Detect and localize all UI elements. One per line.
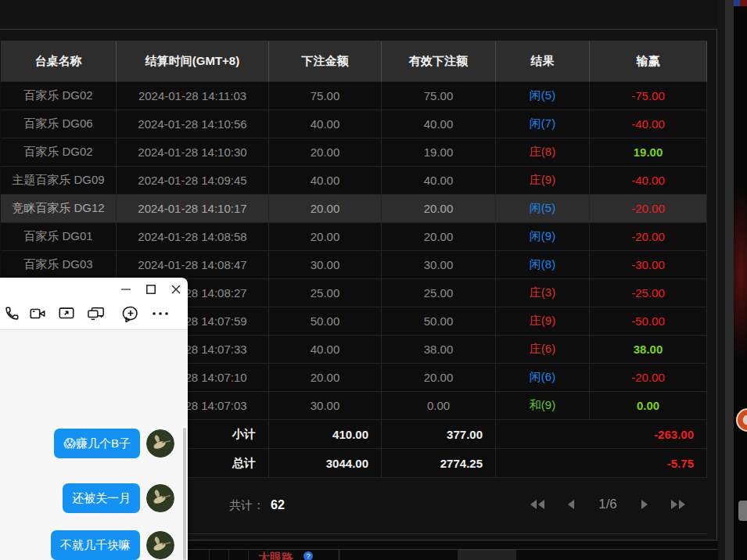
valid-bet-cell: 30.00 bbox=[382, 251, 496, 279]
remote-desktop-icon[interactable] bbox=[86, 303, 106, 324]
first-page-button[interactable] bbox=[528, 498, 547, 511]
result-cell: 闲(5) bbox=[496, 82, 590, 110]
table-row[interactable]: 百家乐 DG03 2024-01-28 14:08:47 30.00 30.00… bbox=[1, 251, 707, 279]
chat-message: 😱赚几个B子 bbox=[54, 429, 174, 458]
settle-time-cell: 2024-01-28 14:08:58 bbox=[117, 223, 269, 251]
winloss-cell: -50.00 bbox=[590, 307, 707, 336]
winloss-cell: 38.00 bbox=[590, 336, 707, 364]
roadmap-divider bbox=[339, 550, 339, 560]
voice-call-icon[interactable] bbox=[2, 303, 22, 324]
minimize-button[interactable] bbox=[120, 278, 131, 300]
settle-time-cell: 2024-01-28 14:09:45 bbox=[117, 167, 269, 195]
column-header: 下注金额 bbox=[269, 41, 382, 82]
table-row[interactable]: 百家乐 DG02 2024-01-28 14:11:03 75.00 75.00… bbox=[1, 82, 707, 110]
chat-plus-icon[interactable] bbox=[120, 303, 141, 324]
result-cell: 庄(3) bbox=[496, 279, 590, 307]
table-row[interactable]: 竞眯百家乐 DG12 2024-01-28 14:10:17 20.00 20.… bbox=[1, 195, 707, 223]
video-call-icon[interactable] bbox=[27, 303, 48, 324]
winloss-cell: -20.00 bbox=[590, 195, 707, 223]
background-decoration bbox=[734, 184, 747, 364]
valid-bet-cell: 38.00 bbox=[382, 336, 496, 364]
chat-toolbar bbox=[0, 300, 188, 328]
background-decoration bbox=[734, 0, 740, 6]
valid-bet-cell: 20.00 bbox=[382, 223, 496, 251]
result-cell: 庄(9) bbox=[496, 307, 590, 336]
prev-page-button[interactable] bbox=[566, 498, 576, 511]
table-name-cell: 百家乐 DG06 bbox=[1, 110, 117, 138]
bet-amount-cell: 30.00 bbox=[269, 392, 382, 420]
screen-share-icon[interactable] bbox=[56, 303, 77, 324]
valid-bet-cell: 19.00 bbox=[382, 138, 496, 167]
maximize-button[interactable] bbox=[145, 278, 156, 300]
valid-bet-cell: 40.00 bbox=[382, 167, 496, 195]
chat-window: 😱赚几个B子 还被关一月 不就几千块嘛 bbox=[0, 278, 188, 560]
table-row[interactable]: 百家乐 DG02 2024-01-28 14:10:30 20.00 19.00… bbox=[1, 138, 707, 167]
table-header: 台桌名称结算时间(GMT+8)下注金额有效下注额结果输赢 bbox=[1, 41, 707, 82]
chat-titlebar bbox=[0, 278, 188, 300]
last-page-button[interactable] bbox=[669, 498, 688, 511]
settle-time-cell: 2024-01-28 14:11:03 bbox=[117, 82, 269, 110]
result-cell: 闲(5) bbox=[496, 195, 590, 223]
winloss-cell: -25.00 bbox=[590, 279, 707, 307]
avatar bbox=[146, 484, 174, 512]
more-options-icon[interactable] bbox=[150, 303, 171, 324]
table-name-cell: 竞眯百家乐 DG12 bbox=[1, 195, 117, 223]
settle-time-cell: 2024-01-28 14:10:30 bbox=[117, 138, 269, 167]
page-indicator: 1/6 bbox=[594, 497, 621, 512]
next-page-button[interactable] bbox=[640, 498, 650, 511]
table-row[interactable]: 百家乐 DG06 2024-01-28 14:10:56 40.00 40.00… bbox=[1, 110, 707, 138]
valid-bet-cell: 20.00 bbox=[382, 364, 496, 392]
bet-amount-cell: 40.00 bbox=[269, 336, 382, 364]
bet-amount-cell: 20.00 bbox=[269, 195, 382, 223]
valid-bet-cell: 0.00 bbox=[382, 392, 496, 420]
column-header: 有效下注额 bbox=[382, 41, 496, 82]
valid-bet-cell: 40.00 bbox=[382, 110, 496, 138]
avatar bbox=[146, 531, 174, 559]
bet-amount-cell: 20.00 bbox=[269, 138, 382, 167]
close-icon[interactable] bbox=[171, 278, 181, 300]
table-name-cell: 百家乐 DG02 bbox=[1, 138, 117, 167]
table-name-cell: 百家乐 DG03 bbox=[1, 251, 117, 279]
bet-amount-cell: 20.00 bbox=[269, 364, 382, 392]
roadmap-grid bbox=[190, 550, 268, 560]
winloss-cell: -20.00 bbox=[590, 364, 707, 392]
winloss-cell: -30.00 bbox=[590, 251, 707, 279]
subtotal-winloss: -263.00 bbox=[496, 420, 707, 449]
result-cell: 庄(9) bbox=[496, 167, 590, 195]
result-cell: 庄(6) bbox=[496, 336, 590, 364]
roadmap-block bbox=[458, 550, 516, 560]
pagination: 1/6 bbox=[528, 497, 688, 512]
valid-bet-cell: 20.00 bbox=[382, 195, 496, 223]
winloss-cell: 0.00 bbox=[590, 392, 707, 420]
casino-chip-icon bbox=[736, 408, 747, 432]
chat-message: 还被关一月 bbox=[63, 483, 174, 513]
column-header: 结果 bbox=[496, 41, 590, 82]
chat-bubble: 还被关一月 bbox=[63, 483, 140, 513]
total-winloss: -5.75 bbox=[496, 449, 707, 478]
total-valid: 2774.25 bbox=[382, 449, 496, 478]
chat-message: 不就几千块嘛 bbox=[51, 530, 174, 560]
table-row[interactable]: 百家乐 DG01 2024-01-28 14:08:58 20.00 20.00… bbox=[1, 223, 707, 251]
screen: 台桌名称结算时间(GMT+8)下注金额有效下注额结果输赢 百家乐 DG02 20… bbox=[0, 0, 747, 560]
bet-amount-cell: 40.00 bbox=[269, 167, 382, 195]
winloss-cell: 19.00 bbox=[590, 138, 707, 167]
bet-amount-cell: 20.00 bbox=[269, 223, 382, 251]
result-cell: 闲(6) bbox=[496, 364, 590, 392]
table-row[interactable]: 主题百家乐 DG09 2024-01-28 14:09:45 40.00 40.… bbox=[1, 167, 707, 195]
background-decoration bbox=[740, 0, 747, 6]
result-cell: 庄(8) bbox=[496, 138, 590, 167]
winloss-cell: -75.00 bbox=[590, 82, 707, 110]
table-name-cell: 主题百家乐 DG09 bbox=[1, 167, 117, 195]
settle-time-cell: 2024-01-28 14:10:17 bbox=[117, 195, 269, 223]
page-scrollbar[interactable] bbox=[725, 0, 734, 560]
valid-bet-cell: 75.00 bbox=[382, 82, 496, 110]
bet-amount-cell: 40.00 bbox=[269, 110, 382, 138]
column-header: 台桌名称 bbox=[1, 41, 117, 82]
valid-bet-cell: 50.00 bbox=[382, 307, 496, 336]
table-name-cell: 百家乐 DG01 bbox=[1, 223, 117, 251]
chat-scrollbar[interactable] bbox=[183, 428, 186, 560]
result-cell: 闲(8) bbox=[496, 251, 590, 279]
chat-bubble: 不就几千块嘛 bbox=[51, 530, 140, 560]
help-icon: ? bbox=[303, 551, 313, 560]
total-count-label: 共计： bbox=[229, 498, 264, 512]
